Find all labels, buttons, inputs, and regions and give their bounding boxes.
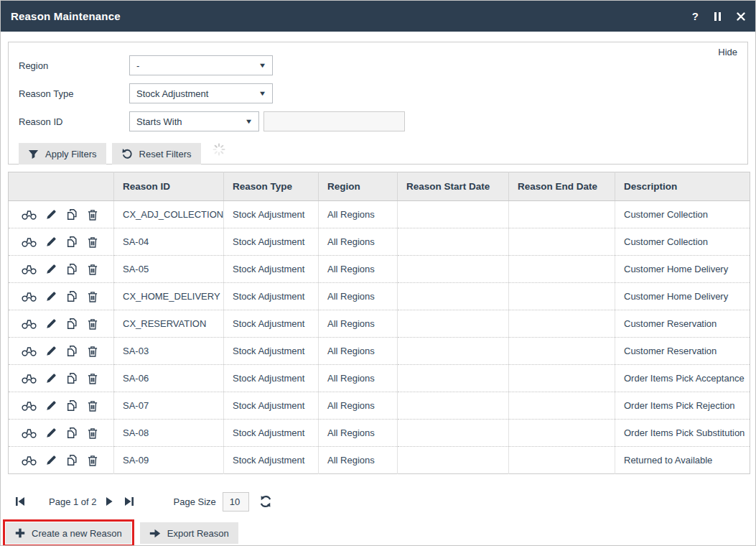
filter-panel: Hide Region - ▼ Reason Type Stock Adjust… (8, 42, 748, 165)
edit-pencil-icon[interactable] (46, 236, 57, 247)
table-row: CX_ADJ_COLLECTION Stock Adjustment All R… (9, 201, 750, 228)
delete-trash-icon[interactable] (88, 236, 98, 248)
delete-trash-icon[interactable] (88, 346, 98, 357)
view-binoculars-icon[interactable] (22, 427, 37, 438)
copy-icon[interactable] (66, 399, 78, 412)
column-header: Description (615, 172, 750, 201)
copy-icon[interactable] (66, 290, 78, 302)
edit-pencil-icon[interactable] (46, 209, 57, 220)
help-icon[interactable]: ? (692, 10, 699, 22)
reason-id-input[interactable] (263, 111, 405, 131)
edit-pencil-icon[interactable] (46, 264, 57, 274)
cell-region: All Regions (319, 310, 398, 338)
copy-icon[interactable] (66, 208, 78, 221)
copy-icon[interactable] (66, 372, 78, 384)
reason-id-label: Reason ID (19, 116, 129, 127)
cell-reason-start-date (398, 447, 509, 474)
create-reason-label: Create a new Reason (32, 528, 122, 539)
row-actions-cell (9, 365, 114, 392)
edit-pencil-icon[interactable] (46, 291, 57, 302)
row-actions-cell (9, 392, 114, 420)
edit-pencil-icon[interactable] (46, 427, 57, 438)
region-select[interactable]: - ▼ (129, 55, 273, 75)
view-binoculars-icon[interactable] (22, 318, 37, 329)
cell-reason-end-date (509, 365, 615, 392)
delete-trash-icon[interactable] (88, 209, 98, 221)
edit-pencil-icon[interactable] (46, 318, 57, 329)
cell-reason-type: Stock Adjustment (224, 201, 319, 228)
cell-reason-type: Stock Adjustment (224, 365, 319, 392)
edit-pencil-icon[interactable] (46, 373, 57, 384)
copy-icon[interactable] (66, 236, 78, 248)
reason-id-filter-row: Reason ID Starts With ▼ (19, 111, 737, 131)
first-page-icon[interactable] (15, 496, 25, 506)
cell-reason-start-date (398, 365, 509, 392)
cell-reason-end-date (509, 283, 615, 310)
delete-trash-icon[interactable] (88, 455, 98, 466)
copy-icon[interactable] (66, 263, 78, 275)
reason-id-operator-select[interactable]: Starts With ▼ (129, 111, 259, 131)
plus-icon (15, 528, 25, 538)
window-title: Reason Maintenance (11, 10, 121, 22)
view-binoculars-icon[interactable] (22, 373, 37, 384)
refresh-icon[interactable] (259, 495, 272, 508)
delete-trash-icon[interactable] (88, 400, 98, 412)
pause-icon[interactable] (714, 12, 721, 21)
view-binoculars-icon[interactable] (22, 455, 37, 466)
row-actions-cell (9, 420, 114, 447)
close-icon[interactable] (737, 12, 745, 21)
copy-icon[interactable] (66, 454, 78, 466)
page-size-input[interactable] (223, 492, 249, 512)
reset-filters-button[interactable]: Reset Filters (112, 143, 201, 165)
table-row: SA-07 Stock Adjustment All Regions Order… (9, 392, 750, 420)
edit-pencil-icon[interactable] (46, 346, 57, 356)
view-binoculars-icon[interactable] (22, 291, 37, 302)
view-binoculars-icon[interactable] (22, 236, 37, 247)
next-page-icon[interactable] (106, 496, 113, 506)
copy-icon[interactable] (66, 318, 78, 330)
cell-reason-type: Stock Adjustment (224, 283, 319, 310)
cell-region: All Regions (319, 283, 398, 310)
copy-icon[interactable] (66, 427, 78, 439)
copy-icon[interactable] (66, 345, 78, 357)
row-actions-cell (9, 228, 114, 256)
create-reason-button[interactable]: Create a new Reason (6, 522, 131, 544)
reason-type-filter-row: Reason Type Stock Adjustment ▼ (19, 83, 737, 103)
cell-reason-type: Stock Adjustment (224, 392, 319, 420)
cell-reason-end-date (509, 420, 615, 447)
view-binoculars-icon[interactable] (22, 209, 37, 220)
reason-id-operator-value: Starts With (136, 116, 182, 127)
last-page-icon[interactable] (124, 496, 134, 506)
edit-pencil-icon[interactable] (46, 455, 57, 466)
edit-pencil-icon[interactable] (46, 400, 57, 411)
delete-trash-icon[interactable] (88, 427, 98, 439)
cell-reason-type: Stock Adjustment (224, 228, 319, 256)
view-binoculars-icon[interactable] (22, 346, 37, 356)
export-reason-button[interactable]: Export Reason (140, 522, 238, 544)
cell-reason-id: SA-09 (114, 447, 224, 474)
table-row: SA-06 Stock Adjustment All Regions Order… (9, 365, 750, 392)
cell-description: Order Items Pick Rejection (615, 392, 750, 420)
annotation-highlight-box: Create a new Reason (3, 519, 134, 546)
cell-reason-start-date (398, 228, 509, 256)
cell-description: Order Items Pick Substitution (615, 420, 750, 447)
cell-description: Returned to Available (615, 447, 750, 474)
cell-reason-type: Stock Adjustment (224, 338, 319, 365)
column-header (9, 172, 114, 201)
row-actions-cell (9, 283, 114, 310)
apply-filters-button[interactable]: Apply Filters (19, 143, 106, 165)
view-binoculars-icon[interactable] (22, 264, 37, 274)
view-binoculars-icon[interactable] (22, 400, 37, 411)
delete-trash-icon[interactable] (88, 318, 98, 330)
column-header: Reason Start Date (398, 172, 509, 201)
reason-type-select[interactable]: Stock Adjustment ▼ (129, 83, 273, 103)
delete-trash-icon[interactable] (88, 291, 98, 302)
delete-trash-icon[interactable] (88, 373, 98, 384)
delete-trash-icon[interactable] (88, 264, 98, 275)
cell-reason-start-date (398, 420, 509, 447)
hide-filters-link[interactable]: Hide (718, 47, 737, 57)
row-actions-cell (9, 256, 114, 283)
cell-description: Customer Reservation (615, 338, 750, 365)
cell-reason-id: SA-08 (114, 420, 224, 447)
cell-reason-id: CX_RESERVATION (114, 310, 224, 338)
